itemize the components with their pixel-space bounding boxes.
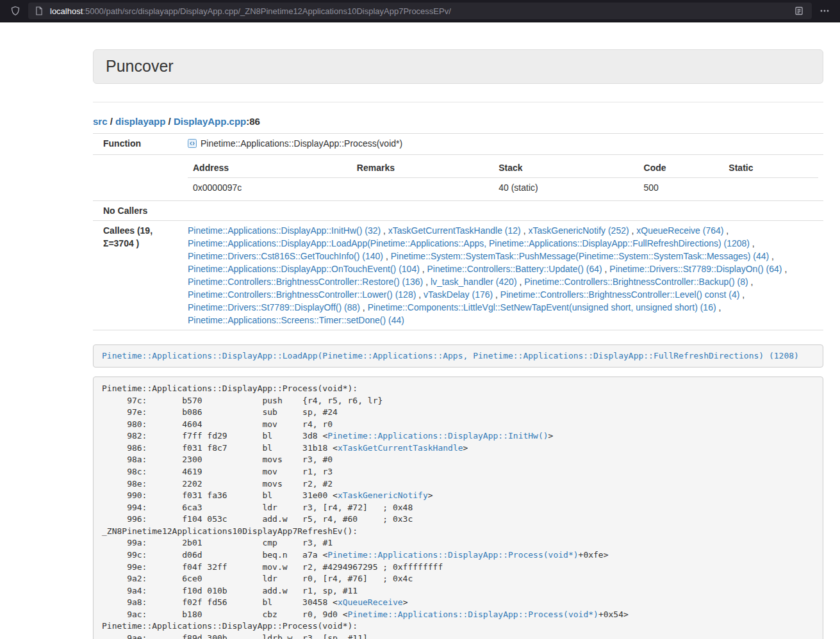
divider	[93, 102, 823, 102]
no-callers-label: No Callers	[93, 200, 183, 220]
callee-link[interactable]: xTaskGetCurrentTaskHandle (12)	[388, 225, 521, 236]
stats-header-row: Address Remarks Stack Code Static	[188, 158, 818, 178]
function-type-icon	[188, 138, 197, 151]
stats-remarks-value	[352, 177, 493, 197]
stats-table: Address Remarks Stack Code Static 0x0000…	[188, 158, 818, 197]
callee-link[interactable]: Pinetime::Applications::DisplayApp::OnTo…	[188, 264, 420, 274]
page-title: Puncover	[106, 58, 811, 76]
function-name: Pinetime::Applications::DisplayApp::Proc…	[201, 138, 402, 149]
callee-link[interactable]: Pinetime::Components::LittleVgl::SetNewT…	[368, 302, 716, 312]
callee-link[interactable]: Pinetime::Drivers::Cst816S::GetTouchInfo…	[188, 251, 383, 261]
callee-link[interactable]: Pinetime::Controllers::BrightnessControl…	[500, 289, 739, 300]
stats-stack-value: 40 (static)	[493, 177, 638, 197]
disassembly-symbol-link[interactable]: xTaskGenericNotify	[338, 490, 428, 500]
page-document-icon	[33, 5, 45, 17]
empty-row-label	[93, 154, 183, 200]
disassembly-symbol-link[interactable]: xQueueReceive	[338, 597, 403, 607]
callee-link[interactable]: Pinetime::Controllers::Battery::Update()…	[427, 264, 602, 274]
breadcrumb-link[interactable]: displayapp	[115, 116, 165, 127]
callee-link[interactable]: Pinetime::Drivers::St7789::DisplayOff() …	[188, 302, 360, 312]
callee-link[interactable]: lv_task_handler (420)	[431, 277, 517, 287]
stats-cell: Address Remarks Stack Code Static 0x0000…	[183, 154, 823, 200]
stats-col-remarks: Remarks	[352, 158, 493, 178]
url-host: localhost	[50, 6, 83, 16]
disassembly-symbol-link[interactable]: Pinetime::Applications::DisplayApp::Init…	[327, 431, 548, 441]
callee-link[interactable]: xQueueReceive (764)	[636, 225, 723, 236]
callee-link[interactable]: Pinetime::Drivers::St7789::DisplayOn() (…	[609, 264, 782, 274]
stats-col-static: Static	[723, 158, 818, 178]
stats-col-stack: Stack	[493, 158, 638, 178]
tracking-protection-shield-icon[interactable]	[8, 3, 23, 19]
callee-link[interactable]: vTaskDelay (176)	[424, 289, 493, 300]
stats-col-address: Address	[188, 158, 352, 178]
stats-col-code: Code	[639, 158, 724, 178]
stats-code-value: 500	[639, 177, 724, 197]
stats-data-row: 0x0000097c 40 (static) 500	[188, 177, 818, 197]
callee-link[interactable]: Pinetime::Applications::DisplayApp::Init…	[188, 225, 381, 236]
callee-link[interactable]: Pinetime::Controllers::BrightnessControl…	[188, 289, 416, 300]
callees-cell: Pinetime::Applications::DisplayApp::Init…	[183, 220, 823, 330]
disassembly-pre: Pinetime::Applications::DisplayApp::Proc…	[93, 376, 823, 639]
callee-link[interactable]: Pinetime::System::SystemTask::PushMessag…	[391, 251, 770, 261]
highlighted-symbol-link[interactable]: Pinetime::Applications::DisplayApp::Load…	[102, 351, 799, 360]
stats-address-value: 0x0000097c	[188, 177, 352, 197]
callee-link[interactable]: xTaskGenericNotify (252)	[528, 225, 629, 236]
browser-toolbar: localhost:5000/path/src/displayapp/Displ…	[0, 0, 840, 22]
callee-link[interactable]: Pinetime::Controllers::BrightnessControl…	[524, 277, 748, 287]
callees-row: Callees (19, Σ=3704 ) Pinetime::Applicat…	[93, 220, 823, 330]
callee-link[interactable]: Pinetime::Applications::DisplayApp::Load…	[188, 238, 750, 248]
url-bar[interactable]: localhost:5000/path/src/displayapp/Displ…	[28, 3, 812, 19]
stats-static-value	[723, 177, 818, 197]
page-container: Puncover src / displayapp / DisplayApp.c…	[93, 22, 823, 639]
no-callers-row: No Callers	[93, 200, 823, 220]
url-path: :5000/path/src/displayapp/DisplayApp.cpp…	[83, 6, 451, 16]
function-row: Function Pinetime::Applications::Display…	[93, 133, 823, 154]
disassembly-symbol-link[interactable]: xTaskGetCurrentTaskHandle	[338, 443, 463, 453]
breadcrumb-link[interactable]: src	[93, 116, 108, 127]
disassembly-symbol-link[interactable]: Pinetime::Applications::DisplayApp::Proc…	[348, 610, 598, 619]
breadcrumb-link[interactable]: DisplayApp.cpp	[174, 116, 246, 127]
url-text: localhost:5000/path/src/displayapp/Displ…	[50, 6, 451, 16]
no-callers-cell	[183, 200, 823, 220]
callee-link[interactable]: Pinetime::Applications::Screens::Timer::…	[188, 315, 404, 325]
symbol-table: Function Pinetime::Applications::Display…	[93, 133, 823, 330]
function-name-cell: Pinetime::Applications::DisplayApp::Proc…	[183, 133, 823, 154]
jumbotron: Puncover	[93, 49, 823, 84]
callee-link[interactable]: Pinetime::Controllers::BrightnessControl…	[188, 277, 423, 287]
stats-row-wrapper: Address Remarks Stack Code Static 0x0000…	[93, 154, 823, 200]
reader-view-icon[interactable]	[791, 3, 807, 19]
function-row-label: Function	[93, 133, 183, 154]
disassembly-symbol-link[interactable]: Pinetime::Applications::DisplayApp::Proc…	[327, 550, 578, 560]
callees-label: Callees (19, Σ=3704 )	[93, 220, 183, 330]
breadcrumb: src / displayapp / DisplayApp.cpp:86	[93, 115, 823, 128]
highlighted-symbol-box: Pinetime::Applications::DisplayApp::Load…	[93, 344, 823, 368]
ellipsis-menu-icon[interactable]	[817, 3, 832, 19]
